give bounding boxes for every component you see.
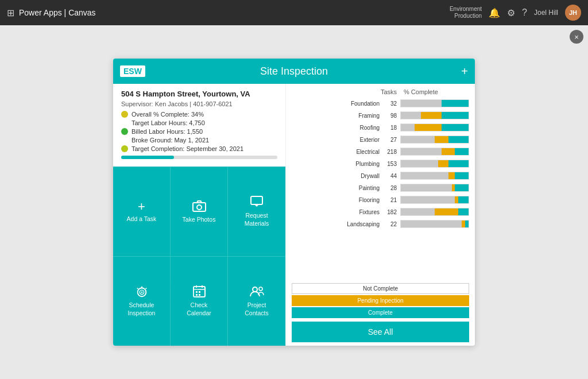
task-row: Painting 28 bbox=[292, 182, 469, 194]
env-value: Production bbox=[454, 13, 482, 20]
task-row: Foundation 32 bbox=[292, 98, 469, 109]
target-completion-label: Target Completion: September 30, 2021 bbox=[131, 145, 243, 152]
project-contacts-label: ProjectContacts bbox=[245, 301, 268, 317]
task-name: Foundation bbox=[292, 100, 383, 107]
spacer-header bbox=[292, 88, 345, 95]
overall-pct-label: Overall % Complete: 34% bbox=[131, 111, 204, 118]
top-bar: ⊞ Power Apps | Canvas Environment Produc… bbox=[0, 0, 588, 25]
task-count: 218 bbox=[383, 149, 400, 155]
panel-add-button[interactable]: + bbox=[461, 65, 468, 78]
legend: Not Complete Pending Inpection Complete bbox=[292, 283, 469, 319]
task-row: Flooring 21 bbox=[292, 194, 469, 206]
schedule-inspection-button[interactable]: ScheduleInspection bbox=[113, 257, 171, 346]
task-row: Fixtures 182 bbox=[292, 206, 469, 218]
task-bar-pending bbox=[448, 172, 455, 179]
avatar[interactable]: JH bbox=[565, 5, 581, 21]
take-photos-button[interactable]: Take Photos bbox=[171, 167, 228, 257]
target-completion-row: Target Completion: September 30, 2021 bbox=[121, 145, 277, 152]
svg-rect-10 bbox=[199, 294, 200, 296]
task-bar-complete bbox=[442, 124, 469, 131]
task-count: 27 bbox=[383, 137, 400, 143]
task-name: Painting bbox=[292, 185, 383, 191]
app-panel: ESW Site Inspection + × 504 S Hampton St… bbox=[113, 59, 475, 346]
svg-rect-8 bbox=[199, 291, 200, 293]
task-bar-complete bbox=[458, 208, 469, 215]
user-name-label: Joel Hill bbox=[534, 9, 558, 17]
schedule-inspection-label: ScheduleInspection bbox=[128, 301, 156, 317]
task-bar-not-complete bbox=[401, 221, 462, 227]
task-bar-complete bbox=[442, 100, 469, 107]
task-bar-complete bbox=[442, 112, 469, 119]
task-row: Framing 98 bbox=[292, 110, 469, 121]
task-name: Drywall bbox=[292, 173, 383, 179]
broke-ground-row: Broke Ground: May 1, 2021 bbox=[121, 137, 277, 144]
task-count: 21 bbox=[383, 197, 400, 203]
action-buttons: + Add a Task Take Photos bbox=[113, 167, 285, 346]
add-task-label: Add a Task bbox=[127, 215, 157, 222]
task-row: Roofing 18 bbox=[292, 122, 469, 133]
task-row: Electrical 218 bbox=[292, 146, 469, 157]
waffle-icon[interactable]: ⊞ bbox=[7, 7, 14, 18]
task-bar-complete bbox=[455, 184, 469, 191]
task-bar-not-complete bbox=[401, 160, 438, 167]
task-bar-container bbox=[400, 184, 469, 192]
project-contacts-button[interactable]: ProjectContacts bbox=[228, 257, 285, 346]
task-count: 98 bbox=[383, 113, 400, 119]
app-name-label: Power Apps bbox=[19, 8, 62, 17]
task-count: 182 bbox=[383, 209, 400, 215]
task-bar-not-complete bbox=[401, 148, 442, 155]
task-bar-complete bbox=[455, 172, 469, 179]
task-bar-not-complete bbox=[401, 100, 442, 107]
notification-icon[interactable]: 🔔 bbox=[489, 7, 500, 18]
esw-logo: ESW bbox=[120, 65, 145, 77]
broke-ground-label: Broke Ground: May 1, 2021 bbox=[131, 137, 209, 144]
panel-body: 504 S Hampton Street, Yourtown, VA Super… bbox=[113, 84, 475, 346]
request-materials-label: RequestMaterials bbox=[245, 212, 269, 227]
schedule-inspection-icon bbox=[135, 285, 149, 299]
main-content: ESW Site Inspection + × 504 S Hampton St… bbox=[0, 25, 588, 379]
billed-labor-row: Billed Labor Hours: 1,550 bbox=[121, 128, 277, 135]
task-bar-pending bbox=[421, 112, 441, 119]
top-bar-title: Power Apps | Canvas bbox=[19, 8, 96, 17]
request-materials-button[interactable]: RequestMaterials bbox=[228, 167, 285, 257]
legend-pending: Pending Inpection bbox=[292, 295, 469, 306]
panel-header: ESW Site Inspection + × bbox=[113, 59, 475, 84]
task-bar-container bbox=[400, 172, 469, 180]
take-photos-label: Take Photos bbox=[183, 216, 216, 223]
svg-point-1 bbox=[197, 205, 202, 210]
task-bar-container bbox=[400, 111, 469, 119]
svg-point-5 bbox=[141, 292, 142, 293]
task-bar-complete bbox=[448, 136, 469, 143]
separator: | bbox=[64, 8, 67, 17]
progress-bar-fill bbox=[121, 156, 174, 159]
check-calendar-button[interactable]: CheckCalendar bbox=[171, 257, 228, 346]
settings-icon[interactable]: ⚙ bbox=[507, 7, 515, 18]
see-all-button[interactable]: See All bbox=[292, 322, 469, 342]
task-bar-pending bbox=[435, 208, 458, 215]
task-bar-container bbox=[400, 99, 469, 107]
task-bar-not-complete bbox=[401, 208, 435, 215]
task-name: Exterior bbox=[292, 137, 383, 143]
overall-pct-row: Overall % Complete: 34% bbox=[121, 111, 277, 118]
task-rows: Foundation 32 Framing 98 Roofing 18 bbox=[292, 98, 469, 280]
svg-marker-2 bbox=[254, 204, 259, 207]
help-icon[interactable]: ? bbox=[522, 7, 527, 18]
task-bar-pending bbox=[438, 160, 448, 167]
task-bar-not-complete bbox=[401, 196, 455, 203]
task-row: Exterior 27 bbox=[292, 134, 469, 145]
task-bar-pending bbox=[415, 124, 442, 131]
chart-header-pct: % Complete bbox=[400, 88, 469, 95]
task-name: Roofing bbox=[292, 125, 383, 131]
add-task-button[interactable]: + Add a Task bbox=[113, 167, 171, 257]
task-row: Plumbing 153 bbox=[292, 158, 469, 169]
progress-bar-container bbox=[121, 156, 277, 159]
task-bar-not-complete bbox=[401, 136, 435, 143]
left-section: 504 S Hampton Street, Yourtown, VA Super… bbox=[113, 84, 285, 346]
task-count: 18 bbox=[383, 125, 400, 131]
project-supervisor: Supervisor: Ken Jacobs | 401-907-6021 bbox=[121, 100, 277, 107]
check-calendar-icon bbox=[193, 285, 206, 299]
svg-point-11 bbox=[253, 287, 257, 292]
project-address: 504 S Hampton Street, Yourtown, VA bbox=[121, 90, 277, 98]
task-bar-not-complete bbox=[401, 124, 415, 131]
top-bar-right: Environment Production 🔔 ⚙ ? Joel Hill J… bbox=[450, 5, 581, 21]
